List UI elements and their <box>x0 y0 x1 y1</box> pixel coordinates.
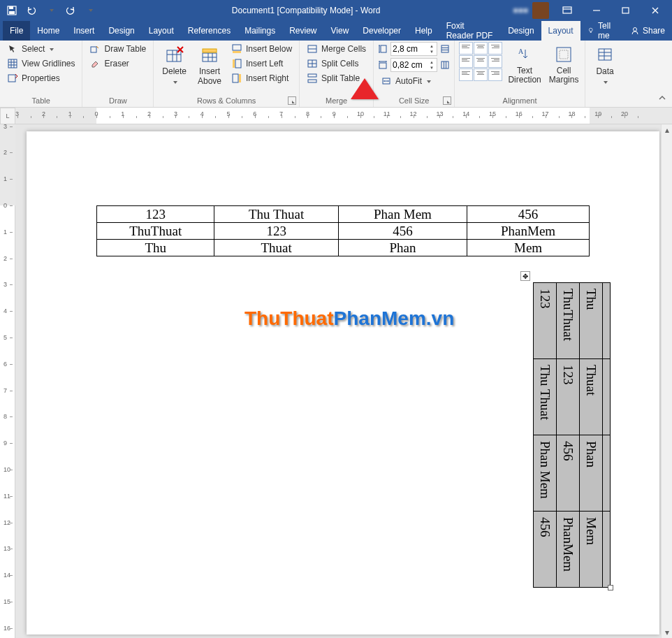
vertical-scrollbar[interactable]: ▴ ▾ <box>661 124 672 638</box>
autofit-button[interactable]: AutoFit <box>378 74 450 88</box>
table-cell[interactable]: ThuThuat <box>557 283 580 359</box>
share-button[interactable]: Share <box>623 21 672 41</box>
minimize-button[interactable] <box>583 0 611 21</box>
tab-review[interactable]: Review <box>282 21 323 41</box>
tab-layout[interactable]: Layout <box>142 21 181 41</box>
document-table-1[interactable]: 123Thu ThuatPhan Mem456ThuThuat123456Pha… <box>96 205 590 256</box>
align-bottom-left[interactable] <box>459 68 473 81</box>
cell-margins-button[interactable]: Cell Margins <box>547 42 580 86</box>
table-cell[interactable]: Thu <box>580 283 603 359</box>
column-width-input[interactable]: ▲▼ <box>390 58 437 72</box>
align-middle-right[interactable] <box>488 55 502 68</box>
table-move-handle[interactable]: ✥ <box>520 271 530 281</box>
table-cell[interactable]: Phan <box>338 240 467 256</box>
tab-mailings[interactable]: Mailings <box>238 21 282 41</box>
redo-button[interactable] <box>61 1 80 20</box>
user-avatar[interactable] <box>532 2 549 19</box>
eraser-button[interactable]: Eraser <box>87 57 149 71</box>
align-bottom-center[interactable] <box>474 68 488 81</box>
tab-table-layout[interactable]: Layout <box>541 21 580 41</box>
text-direction-button[interactable]: A Text Direction <box>506 42 543 86</box>
tab-foxit[interactable]: Foxit Reader PDF <box>439 21 502 41</box>
horizontal-ruler[interactable]: 32101234567891011121314151617181920 <box>15 108 672 124</box>
table-cell[interactable]: Thu Thuat <box>214 206 338 223</box>
table-cell[interactable]: Thuat <box>580 359 603 435</box>
qat-customize[interactable] <box>81 1 99 20</box>
maximize-button[interactable] <box>612 0 640 21</box>
properties-button[interactable]: Properties <box>4 71 78 85</box>
cell-size-launcher[interactable] <box>443 96 451 105</box>
table-cell[interactable]: 456 <box>557 435 580 512</box>
insert-right-button[interactable]: Insert Right <box>228 71 295 85</box>
tab-file[interactable]: File <box>3 21 30 41</box>
scroll-down-button[interactable]: ▾ <box>662 627 672 638</box>
scroll-up-button[interactable]: ▴ <box>662 124 672 136</box>
table-cell[interactable] <box>603 435 611 512</box>
table-cell[interactable]: Phan Mem <box>338 206 467 223</box>
table-cell[interactable]: Mem <box>580 512 603 588</box>
view-gridlines-button[interactable]: View Gridlines <box>4 57 78 71</box>
draw-table-button[interactable]: Draw Table <box>87 42 149 56</box>
table-cell[interactable]: 123 <box>557 359 580 435</box>
tab-home[interactable]: Home <box>30 21 66 41</box>
tab-view[interactable]: View <box>324 21 356 41</box>
align-top-left[interactable] <box>459 42 473 55</box>
undo-button[interactable] <box>22 1 41 20</box>
table-cell[interactable] <box>603 283 611 359</box>
merge-cells-button[interactable]: Merge Cells <box>304 42 369 56</box>
table-cell[interactable]: PhanMem <box>467 223 590 240</box>
table-cell[interactable]: Thu <box>97 240 214 256</box>
collapse-ribbon-button[interactable] <box>657 93 668 104</box>
tab-design[interactable]: Design <box>101 21 141 41</box>
tab-references[interactable]: References <box>181 21 238 41</box>
svg-point-5 <box>589 28 592 31</box>
table-cell[interactable]: PhanMem <box>557 512 580 588</box>
rows-columns-launcher[interactable] <box>288 96 296 105</box>
table-cell[interactable]: 456 <box>338 223 467 240</box>
table-cell[interactable]: Phan Mem <box>534 435 557 512</box>
tab-insert[interactable]: Insert <box>66 21 101 41</box>
insert-below-button[interactable]: Insert Below <box>228 42 295 56</box>
document-table-2[interactable]: 123ThuThuatThuThu Thuat123ThuatPhan Mem4… <box>533 282 611 588</box>
table-cell[interactable]: Phan <box>580 435 603 512</box>
tab-table-design[interactable]: Design <box>501 21 541 41</box>
table-cell[interactable] <box>603 512 611 588</box>
close-button[interactable] <box>641 0 669 21</box>
table-cell[interactable]: 456 <box>467 206 590 223</box>
table-resize-handle[interactable] <box>608 585 613 590</box>
table-cell[interactable]: 123 <box>97 206 214 223</box>
table-cell[interactable]: 123 <box>214 223 338 240</box>
table-cell[interactable]: Thuat <box>214 240 338 256</box>
insert-above-button[interactable]: Insert Above <box>193 42 226 87</box>
table-cell[interactable]: Mem <box>467 240 590 256</box>
align-middle-center[interactable] <box>474 55 488 68</box>
data-button[interactable]: Data <box>590 42 620 88</box>
tell-me-search[interactable]: Tell me <box>580 21 623 41</box>
delete-button[interactable]: Delete <box>158 42 191 88</box>
table-cell[interactable]: Thu Thuat <box>534 359 557 435</box>
align-bottom-right[interactable] <box>488 68 502 81</box>
table-cell[interactable] <box>603 359 611 435</box>
insert-left-button[interactable]: Insert Left <box>228 57 295 71</box>
distribute-columns-icon[interactable] <box>440 60 450 70</box>
vertical-ruler[interactable]: 32101234567891011121314151617 <box>0 124 15 638</box>
select-button[interactable]: Select <box>4 42 78 56</box>
table-cell[interactable]: 123 <box>534 283 557 359</box>
tab-developer[interactable]: Developer <box>356 21 408 41</box>
align-middle-left[interactable] <box>459 55 473 68</box>
row-height-input[interactable]: ▲▼ <box>390 42 437 56</box>
save-button[interactable] <box>3 1 21 20</box>
tab-help[interactable]: Help <box>408 21 439 41</box>
align-top-right[interactable] <box>488 42 502 55</box>
undo-dropdown[interactable] <box>42 1 60 20</box>
table-cell[interactable]: 456 <box>534 512 557 588</box>
svg-rect-4 <box>622 8 629 13</box>
ruler-corner[interactable]: L <box>0 108 15 124</box>
split-cells-button[interactable]: Split Cells <box>304 57 369 71</box>
table-cell[interactable]: ThuThuat <box>97 223 214 240</box>
distribute-rows-icon[interactable] <box>440 44 450 54</box>
split-table-button[interactable]: Split Table <box>304 71 369 85</box>
ribbon-display-options[interactable] <box>553 0 581 21</box>
align-top-center[interactable] <box>474 42 488 55</box>
page-area[interactable]: 123Thu ThuatPhan Mem456ThuThuat123456Pha… <box>15 124 672 638</box>
